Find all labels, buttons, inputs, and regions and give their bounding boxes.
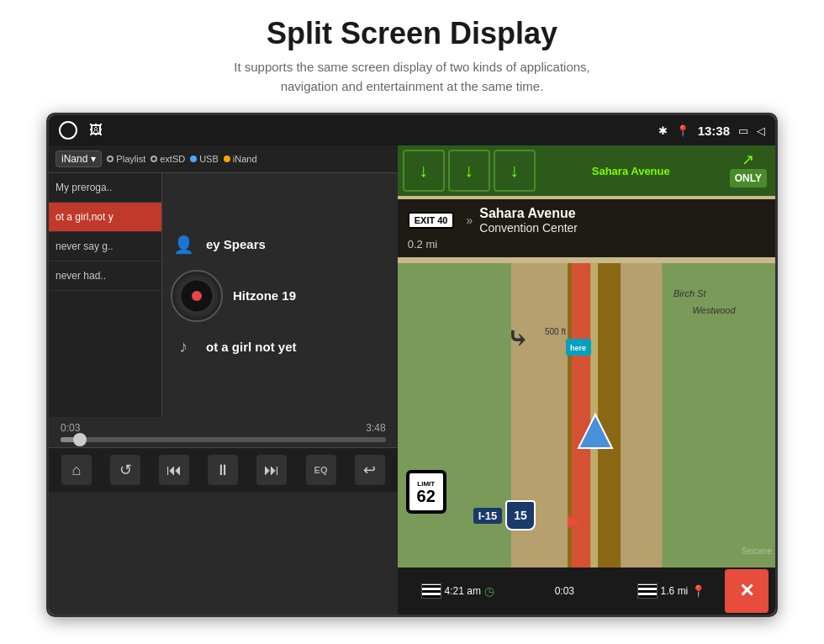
artist-row: 👤 ey Spears bbox=[171, 235, 389, 255]
exit-badge: EXIT 40 bbox=[408, 212, 455, 229]
image-icon: 🖼 bbox=[89, 123, 103, 138]
usb-radio bbox=[190, 156, 197, 162]
page-title: Split Screen Display bbox=[0, 15, 824, 51]
track-row: ♪ ot a girl not yet bbox=[171, 337, 389, 356]
track-detail-panel: 👤 ey Spears Hitzone 19 ♪ ot a girl not y… bbox=[162, 173, 398, 417]
sign-arrows: ↓ ↓ ↓ bbox=[403, 150, 536, 192]
music-player-panel: iNand ▾ Playlist extSD USB iNand bbox=[49, 145, 398, 615]
speed-limit-sign: LIMIT 62 bbox=[406, 470, 446, 514]
status-bar: 🖼 ✱ 📍 13:38 ▭ ◁ bbox=[49, 115, 775, 145]
source-row: iNand ▾ Playlist extSD USB iNand bbox=[49, 145, 398, 173]
list-item[interactable]: never say g.. bbox=[49, 232, 161, 261]
music-note-icon: ♪ bbox=[171, 337, 196, 356]
nav-map: ↓ ↓ ↓ Sahara Avenue ↗ ONLY EXIT 40 bbox=[398, 145, 775, 615]
distance-remaining: 1.6 mi bbox=[661, 585, 689, 597]
arrow-down-3: ↓ bbox=[494, 150, 536, 192]
nav-top-sign: ↓ ↓ ↓ Sahara Avenue ↗ ONLY bbox=[398, 145, 775, 196]
svg-text:500 ft: 500 ft bbox=[545, 327, 566, 336]
exit-banner: EXIT 40 » Sahara Avenue Convention Cente… bbox=[398, 199, 775, 257]
device-frame: 🖼 ✱ 📍 13:38 ▭ ◁ iNand ▾ Playlist bbox=[46, 113, 778, 617]
repeat-button[interactable]: ↺ bbox=[110, 455, 140, 485]
only-sign: ONLY bbox=[730, 169, 767, 187]
time-remaining-cell: 0:03 bbox=[511, 585, 618, 597]
inand-radio bbox=[224, 156, 230, 162]
map-svg: Birch St Westwood here 500 ft ⤷ bbox=[398, 263, 775, 567]
playlist-area: My preroga.. ot a girl,not y never say g… bbox=[49, 173, 398, 417]
track-name: ot a girl not yet bbox=[206, 340, 297, 354]
eta-cell: 4:21 am ◷ bbox=[404, 583, 511, 599]
location-icon: 📍 bbox=[676, 124, 689, 137]
progress-area: 0:03 3:48 bbox=[49, 417, 398, 447]
status-left: 🖼 bbox=[59, 121, 103, 140]
progress-thumb[interactable] bbox=[73, 433, 87, 446]
route-arrow: ▶ bbox=[568, 510, 580, 531]
destination-name: Sahara Avenue bbox=[479, 206, 578, 221]
sahara-sign: Sahara Avenue bbox=[541, 165, 721, 177]
distance-remaining-cell: 1.6 mi 📍 bbox=[618, 583, 725, 599]
extsd-radio bbox=[151, 156, 157, 162]
distance-display: 0.2 mi bbox=[408, 238, 765, 251]
destination-sub: Convention Center bbox=[479, 221, 578, 235]
destination-pin-icon: 📍 bbox=[691, 584, 705, 598]
eta-clock-icon: ◷ bbox=[484, 584, 494, 598]
svg-text:Westwood: Westwood bbox=[692, 305, 736, 315]
arrow-down-1: ↓ bbox=[403, 150, 445, 192]
chevron-down-icon: ▾ bbox=[91, 153, 96, 165]
flag-icon bbox=[421, 583, 441, 599]
time-remaining: 0:03 bbox=[555, 585, 574, 597]
artist-name: ey Spears bbox=[206, 237, 266, 251]
arrow-up-right: ↗ bbox=[742, 150, 754, 169]
extsd-option[interactable]: extSD bbox=[151, 154, 185, 164]
playlist-radio bbox=[107, 156, 114, 162]
eta-time: 4:21 am bbox=[445, 585, 481, 597]
status-right: ✱ 📍 13:38 ▭ ◁ bbox=[658, 124, 765, 138]
time-total: 3:48 bbox=[366, 422, 385, 434]
progress-times: 0:03 3:48 bbox=[61, 422, 386, 434]
highway-sign: I-15 15 bbox=[473, 500, 536, 531]
play-pause-button[interactable]: ⏸ bbox=[208, 455, 238, 485]
svg-text:⤷: ⤷ bbox=[507, 325, 528, 352]
progress-bar[interactable] bbox=[61, 437, 386, 442]
page-subtitle: It supports the same screen display of t… bbox=[0, 58, 824, 96]
next-button[interactable]: ⏭ bbox=[256, 455, 287, 485]
playlist-option[interactable]: Playlist bbox=[107, 154, 145, 164]
back-button[interactable]: ↩ bbox=[355, 455, 385, 485]
prev-button[interactable]: ⏮ bbox=[159, 455, 189, 485]
bluetooth-icon: ✱ bbox=[658, 124, 668, 137]
playback-controls: ⌂ ↺ ⏮ ⏸ ⏭ EQ ↩ bbox=[49, 447, 398, 492]
svg-text:Birch St: Birch St bbox=[673, 288, 706, 298]
watermark: Seicane bbox=[742, 546, 772, 556]
eq-button[interactable]: EQ bbox=[306, 455, 336, 485]
list-item[interactable]: ot a girl,not y bbox=[49, 203, 161, 232]
main-content: iNand ▾ Playlist extSD USB iNand bbox=[49, 145, 775, 615]
source-dropdown[interactable]: iNand ▾ bbox=[55, 150, 102, 167]
playlist-list: My preroga.. ot a girl,not y never say g… bbox=[49, 173, 162, 417]
album-name: Hitzone 19 bbox=[233, 288, 296, 303]
screen-icon: ▭ bbox=[738, 124, 748, 137]
back-icon: ◁ bbox=[757, 124, 765, 137]
home-button[interactable]: ⌂ bbox=[61, 455, 92, 485]
artist-icon: 👤 bbox=[171, 235, 196, 255]
album-row: Hitzone 19 bbox=[171, 270, 389, 322]
home-circle-icon bbox=[59, 121, 77, 140]
status-time: 13:38 bbox=[698, 124, 730, 138]
nav-bottom-bar: 4:21 am ◷ 0:03 1.6 mi 📍 ✕ bbox=[398, 567, 775, 615]
svg-text:here: here bbox=[570, 344, 586, 352]
inand-option[interactable]: iNand bbox=[224, 154, 257, 164]
end-flag-icon bbox=[637, 583, 658, 599]
arrow-down-2: ↓ bbox=[448, 150, 490, 192]
highway-shield: 15 bbox=[505, 500, 536, 531]
time-current: 0:03 bbox=[61, 422, 80, 434]
navigation-panel: ↓ ↓ ↓ Sahara Avenue ↗ ONLY EXIT 40 bbox=[398, 145, 775, 615]
list-item[interactable]: never had.. bbox=[49, 261, 161, 291]
nav-close-button[interactable]: ✕ bbox=[725, 569, 769, 613]
list-item[interactable]: My preroga.. bbox=[49, 173, 161, 203]
page-header: Split Screen Display It supports the sam… bbox=[0, 0, 824, 104]
vinyl-disc-icon bbox=[171, 270, 223, 322]
usb-option[interactable]: USB bbox=[190, 154, 219, 164]
